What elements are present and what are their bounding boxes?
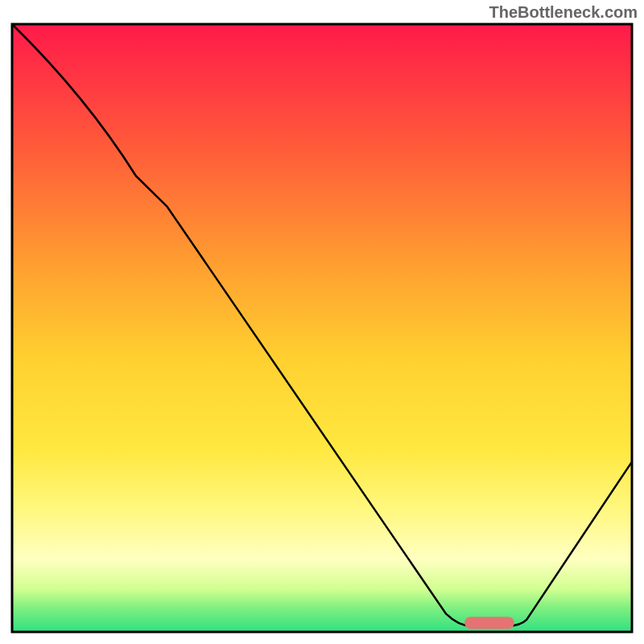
- bottleneck-chart: TheBottleneck.com: [0, 0, 644, 644]
- gradient-background: [12, 24, 632, 632]
- watermark-text: TheBottleneck.com: [489, 3, 638, 22]
- optimal-marker: [464, 617, 514, 629]
- chart-svg: [0, 0, 644, 644]
